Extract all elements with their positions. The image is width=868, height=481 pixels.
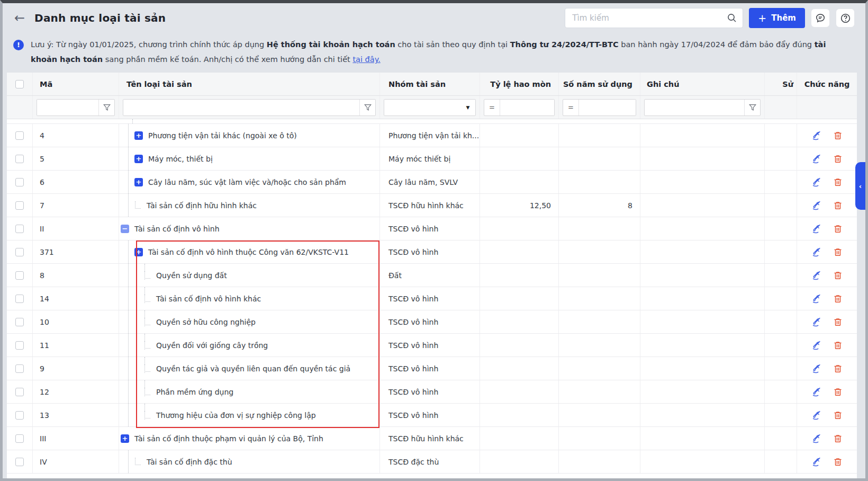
expand-plus-icon[interactable]: + (134, 131, 143, 140)
edit-button[interactable] (811, 130, 822, 141)
edit-button[interactable] (811, 317, 822, 327)
row-checkbox[interactable] (15, 411, 24, 420)
search-input[interactable] (572, 13, 727, 23)
row-checkbox[interactable] (15, 271, 24, 280)
row-checkbox[interactable] (15, 295, 24, 303)
row-checkbox[interactable] (15, 178, 24, 186)
tyle-filter-input[interactable] (500, 100, 554, 115)
caret-down-icon[interactable]: ▼ (460, 100, 475, 115)
delete-button[interactable] (833, 363, 843, 374)
back-arrow-icon[interactable]: ← (14, 12, 25, 24)
sonam-filter-input[interactable] (579, 100, 636, 115)
feedback-button[interactable] (811, 8, 830, 28)
tree-guide-line (128, 240, 129, 263)
delete-button[interactable] (833, 293, 843, 304)
row-checkbox[interactable] (15, 201, 24, 210)
delete-button[interactable] (833, 457, 843, 467)
expand-plus-icon[interactable]: + (121, 434, 129, 443)
cell-actions (797, 147, 857, 170)
edit-button[interactable] (811, 387, 822, 397)
row-checkbox[interactable] (15, 225, 24, 233)
delete-button[interactable] (833, 433, 843, 444)
edit-button[interactable] (811, 340, 822, 351)
cell-actions (797, 194, 857, 217)
asset-type-name: Tài sản cố định thuộc phạm vi quản lý củ… (134, 434, 323, 443)
delete-button[interactable] (833, 177, 843, 188)
notice-link[interactable]: tại đây. (352, 55, 380, 64)
cell-depreciation-rate (480, 217, 559, 240)
ten-filter-input[interactable] (123, 100, 359, 115)
delete-button[interactable] (833, 270, 843, 281)
edit-button[interactable] (811, 410, 822, 421)
edit-button[interactable] (811, 224, 822, 234)
search-box[interactable] (565, 8, 743, 28)
delete-button[interactable] (833, 247, 843, 257)
collapse-minus-icon[interactable]: − (121, 225, 129, 233)
cell-group: Đất (380, 264, 480, 287)
row-checkbox[interactable] (15, 155, 24, 163)
row-checkbox[interactable] (15, 341, 24, 350)
edit-button[interactable] (811, 363, 822, 374)
equals-operator[interactable]: = (563, 100, 579, 115)
cell-name: Phần mềm ứng dụng (119, 380, 380, 403)
edit-button[interactable] (811, 154, 822, 164)
tree-guide-line (128, 287, 129, 310)
delete-button[interactable] (833, 154, 843, 164)
row-checkbox[interactable] (15, 248, 24, 256)
select-all-checkbox[interactable] (15, 80, 24, 88)
ghichu-filter-funnel[interactable] (744, 100, 760, 115)
expand-plus-icon[interactable]: + (134, 155, 143, 163)
cell-useful-years (559, 171, 640, 193)
row-checkbox[interactable] (15, 434, 24, 443)
asset-group: Đất (388, 271, 402, 280)
edit-button[interactable] (811, 457, 822, 467)
nhom-filter-input[interactable] (384, 100, 460, 115)
expand-plus-icon[interactable]: + (134, 248, 143, 256)
cell-group: Máy móc thiết bị (380, 147, 480, 170)
ghichu-filter-input[interactable] (645, 100, 744, 115)
side-panel-toggle[interactable]: ‹ (855, 162, 865, 210)
asset-type-name: Máy móc, thiết bị (148, 155, 213, 163)
add-button[interactable]: + Thêm (749, 8, 805, 28)
delete-button[interactable] (833, 317, 843, 327)
ma-filter-input[interactable] (37, 100, 98, 115)
ghichu-filter-box (644, 99, 761, 116)
edit-button[interactable] (811, 433, 822, 444)
table-filter-row: ▼ = = (7, 96, 857, 119)
asset-code: 5 (40, 155, 44, 163)
ten-filter-funnel[interactable] (359, 100, 375, 115)
nhom-filter-select[interactable]: ▼ (384, 99, 476, 116)
delete-button[interactable] (833, 410, 843, 421)
chevron-left-icon: ‹ (859, 182, 862, 190)
row-checkbox[interactable] (15, 388, 24, 396)
row-checkbox[interactable] (15, 458, 24, 466)
ten-filter-box (123, 99, 376, 116)
row-checkbox[interactable] (15, 364, 24, 373)
expand-plus-icon[interactable]: + (134, 178, 143, 186)
edit-button[interactable] (811, 200, 822, 211)
asset-group: TSCĐ vô hình (388, 248, 438, 256)
search-icon[interactable] (727, 13, 737, 23)
delete-button[interactable] (833, 200, 843, 211)
cell-depreciation-rate (480, 357, 559, 380)
edit-button[interactable] (811, 177, 822, 188)
delete-button[interactable] (833, 130, 843, 141)
row-checkbox[interactable] (15, 131, 24, 140)
table-row: 10Quyền sở hữu công nghiệpTSCĐ vô hình (7, 310, 857, 334)
edit-button[interactable] (811, 247, 822, 257)
delete-button[interactable] (833, 224, 843, 234)
delete-button[interactable] (833, 387, 843, 397)
edit-button[interactable] (811, 270, 822, 281)
tree-guide-line (128, 450, 129, 473)
equals-operator[interactable]: = (484, 100, 500, 115)
delete-button[interactable] (833, 340, 843, 351)
cell-name: +Tài sản cố định thuộc phạm vi quản lý c… (119, 427, 380, 450)
notice-segment: sang phần mềm kế toán. Anh/chị có thể xe… (103, 55, 352, 64)
ma-filter-funnel[interactable] (98, 100, 114, 115)
cell-useful-years (559, 380, 640, 403)
help-button[interactable] (836, 8, 855, 28)
table-body: 4+Phương tiện vận tải khác (ngoài xe ô t… (7, 124, 857, 474)
row-checkbox[interactable] (15, 318, 24, 326)
edit-button[interactable] (811, 293, 822, 304)
table-row: 5+Máy móc, thiết bịMáy móc thiết bị (7, 147, 857, 171)
